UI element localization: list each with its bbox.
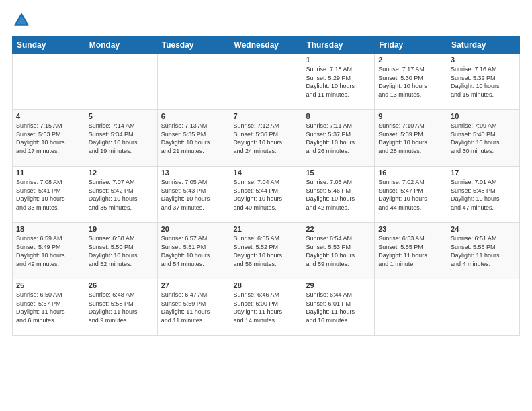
calendar-cell: 5Sunrise: 7:14 AM Sunset: 5:34 PM Daylig… <box>85 110 157 167</box>
day-number: 1 <box>306 56 371 64</box>
calendar-cell: 25Sunrise: 6:50 AM Sunset: 5:57 PM Dayli… <box>13 279 85 336</box>
calendar-cell: 28Sunrise: 6:46 AM Sunset: 6:00 PM Dayli… <box>230 279 302 336</box>
calendar-week-row: 4Sunrise: 7:15 AM Sunset: 5:33 PM Daylig… <box>13 110 520 167</box>
day-number: 8 <box>306 112 371 120</box>
calendar-cell <box>447 279 520 336</box>
logo-icon <box>12 11 31 30</box>
day-info: Sunrise: 6:55 AM Sunset: 5:52 PM Dayligh… <box>234 234 299 268</box>
calendar-table: SundayMondayTuesdayWednesdayThursdayFrid… <box>12 36 520 336</box>
calendar-cell <box>230 54 302 110</box>
day-number: 3 <box>451 56 516 64</box>
day-number: 2 <box>378 56 443 64</box>
calendar-cell: 2Sunrise: 7:17 AM Sunset: 5:30 PM Daylig… <box>375 54 447 110</box>
day-info: Sunrise: 6:53 AM Sunset: 5:55 PM Dayligh… <box>378 234 443 268</box>
day-number: 9 <box>378 112 443 120</box>
weekday-header-monday: Monday <box>85 37 157 54</box>
calendar-cell: 22Sunrise: 6:54 AM Sunset: 5:53 PM Dayli… <box>302 223 375 279</box>
day-number: 4 <box>16 112 81 120</box>
day-info: Sunrise: 7:15 AM Sunset: 5:33 PM Dayligh… <box>16 122 81 155</box>
day-info: Sunrise: 7:03 AM Sunset: 5:46 PM Dayligh… <box>306 178 371 212</box>
calendar-week-row: 25Sunrise: 6:50 AM Sunset: 5:57 PM Dayli… <box>13 279 520 336</box>
day-number: 24 <box>451 225 516 233</box>
day-info: Sunrise: 7:11 AM Sunset: 5:37 PM Dayligh… <box>306 122 371 155</box>
weekday-header-wednesday: Wednesday <box>230 37 302 54</box>
calendar-cell: 16Sunrise: 7:02 AM Sunset: 5:47 PM Dayli… <box>375 167 447 223</box>
calendar-cell <box>375 279 447 336</box>
weekday-header-sunday: Sunday <box>13 37 85 54</box>
day-number: 19 <box>89 225 154 233</box>
calendar-cell: 23Sunrise: 6:53 AM Sunset: 5:55 PM Dayli… <box>375 223 447 279</box>
header <box>12 11 520 30</box>
calendar-week-row: 1Sunrise: 7:18 AM Sunset: 5:29 PM Daylig… <box>13 54 520 110</box>
calendar-cell: 9Sunrise: 7:10 AM Sunset: 5:39 PM Daylig… <box>375 110 447 167</box>
day-info: Sunrise: 7:14 AM Sunset: 5:34 PM Dayligh… <box>89 122 154 155</box>
day-info: Sunrise: 6:46 AM Sunset: 6:00 PM Dayligh… <box>234 291 299 324</box>
calendar-cell: 21Sunrise: 6:55 AM Sunset: 5:52 PM Dayli… <box>230 223 302 279</box>
day-number: 15 <box>306 169 371 177</box>
weekday-header-saturday: Saturday <box>447 37 520 54</box>
day-number: 28 <box>234 281 299 289</box>
calendar-cell: 19Sunrise: 6:58 AM Sunset: 5:50 PM Dayli… <box>85 223 157 279</box>
day-number: 13 <box>161 169 226 177</box>
calendar-cell: 20Sunrise: 6:57 AM Sunset: 5:51 PM Dayli… <box>157 223 230 279</box>
calendar-cell <box>13 54 85 110</box>
day-number: 29 <box>306 281 371 289</box>
calendar-cell: 24Sunrise: 6:51 AM Sunset: 5:56 PM Dayli… <box>447 223 520 279</box>
day-info: Sunrise: 7:04 AM Sunset: 5:44 PM Dayligh… <box>234 178 299 212</box>
day-number: 25 <box>16 281 81 289</box>
day-info: Sunrise: 7:13 AM Sunset: 5:35 PM Dayligh… <box>161 122 226 155</box>
day-number: 26 <box>89 281 154 289</box>
calendar-cell: 10Sunrise: 7:09 AM Sunset: 5:40 PM Dayli… <box>447 110 520 167</box>
weekday-header-thursday: Thursday <box>302 37 375 54</box>
calendar-cell: 12Sunrise: 7:07 AM Sunset: 5:42 PM Dayli… <box>85 167 157 223</box>
day-number: 23 <box>378 225 443 233</box>
calendar-cell: 7Sunrise: 7:12 AM Sunset: 5:36 PM Daylig… <box>230 110 302 167</box>
day-info: Sunrise: 6:47 AM Sunset: 5:59 PM Dayligh… <box>161 291 226 324</box>
day-number: 16 <box>378 169 443 177</box>
day-number: 7 <box>234 112 299 120</box>
day-info: Sunrise: 6:58 AM Sunset: 5:50 PM Dayligh… <box>89 234 154 268</box>
calendar-week-row: 11Sunrise: 7:08 AM Sunset: 5:41 PM Dayli… <box>13 167 520 223</box>
calendar-cell <box>85 54 157 110</box>
day-info: Sunrise: 7:05 AM Sunset: 5:43 PM Dayligh… <box>161 178 226 212</box>
calendar-cell: 17Sunrise: 7:01 AM Sunset: 5:48 PM Dayli… <box>447 167 520 223</box>
day-number: 22 <box>306 225 371 233</box>
day-info: Sunrise: 7:16 AM Sunset: 5:32 PM Dayligh… <box>451 65 516 99</box>
weekday-header-tuesday: Tuesday <box>157 37 230 54</box>
day-info: Sunrise: 7:08 AM Sunset: 5:41 PM Dayligh… <box>16 178 81 212</box>
logo <box>12 11 34 30</box>
day-info: Sunrise: 7:02 AM Sunset: 5:47 PM Dayligh… <box>378 178 443 212</box>
calendar-cell: 6Sunrise: 7:13 AM Sunset: 5:35 PM Daylig… <box>157 110 230 167</box>
calendar-cell: 26Sunrise: 6:48 AM Sunset: 5:58 PM Dayli… <box>85 279 157 336</box>
day-number: 5 <box>89 112 154 120</box>
day-info: Sunrise: 6:50 AM Sunset: 5:57 PM Dayligh… <box>16 291 81 324</box>
day-info: Sunrise: 7:18 AM Sunset: 5:29 PM Dayligh… <box>306 65 371 99</box>
calendar-cell: 1Sunrise: 7:18 AM Sunset: 5:29 PM Daylig… <box>302 54 375 110</box>
day-number: 18 <box>16 225 81 233</box>
day-number: 12 <box>89 169 154 177</box>
day-number: 17 <box>451 169 516 177</box>
calendar-week-row: 18Sunrise: 6:59 AM Sunset: 5:49 PM Dayli… <box>13 223 520 279</box>
weekday-header-friday: Friday <box>375 37 447 54</box>
day-number: 21 <box>234 225 299 233</box>
calendar-cell: 18Sunrise: 6:59 AM Sunset: 5:49 PM Dayli… <box>13 223 85 279</box>
calendar-cell: 8Sunrise: 7:11 AM Sunset: 5:37 PM Daylig… <box>302 110 375 167</box>
day-info: Sunrise: 7:10 AM Sunset: 5:39 PM Dayligh… <box>378 122 443 155</box>
day-number: 6 <box>161 112 226 120</box>
calendar-cell: 3Sunrise: 7:16 AM Sunset: 5:32 PM Daylig… <box>447 54 520 110</box>
day-info: Sunrise: 7:09 AM Sunset: 5:40 PM Dayligh… <box>451 122 516 155</box>
calendar-cell: 15Sunrise: 7:03 AM Sunset: 5:46 PM Dayli… <box>302 167 375 223</box>
day-info: Sunrise: 6:44 AM Sunset: 6:01 PM Dayligh… <box>306 291 371 324</box>
day-info: Sunrise: 7:01 AM Sunset: 5:48 PM Dayligh… <box>451 178 516 212</box>
day-number: 14 <box>234 169 299 177</box>
calendar-cell <box>157 54 230 110</box>
day-info: Sunrise: 7:12 AM Sunset: 5:36 PM Dayligh… <box>234 122 299 155</box>
calendar-cell: 29Sunrise: 6:44 AM Sunset: 6:01 PM Dayli… <box>302 279 375 336</box>
day-info: Sunrise: 6:59 AM Sunset: 5:49 PM Dayligh… <box>16 234 81 268</box>
day-number: 10 <box>451 112 516 120</box>
day-info: Sunrise: 7:17 AM Sunset: 5:30 PM Dayligh… <box>378 65 443 99</box>
calendar-cell: 4Sunrise: 7:15 AM Sunset: 5:33 PM Daylig… <box>13 110 85 167</box>
calendar-cell: 14Sunrise: 7:04 AM Sunset: 5:44 PM Dayli… <box>230 167 302 223</box>
weekday-header-row: SundayMondayTuesdayWednesdayThursdayFrid… <box>13 37 520 54</box>
day-info: Sunrise: 6:51 AM Sunset: 5:56 PM Dayligh… <box>451 234 516 268</box>
